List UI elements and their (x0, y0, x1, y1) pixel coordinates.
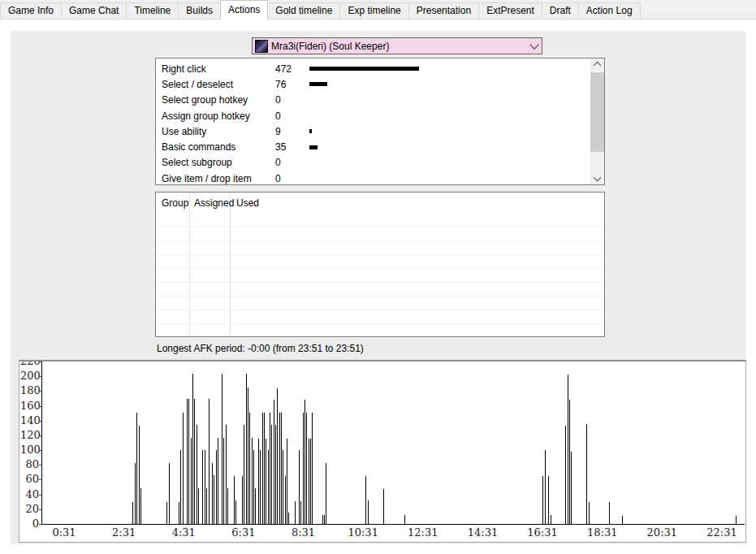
action-count-bar (309, 145, 318, 149)
chart-bar (551, 515, 551, 524)
chart-bar (132, 502, 133, 524)
chart-bar (223, 438, 224, 524)
y-axis-tick-label: 200 (20, 370, 39, 382)
action-label: Use ability (162, 126, 206, 137)
y-axis-tick (39, 376, 41, 377)
action-stat-row[interactable]: Assign group hotkey0 (156, 108, 590, 123)
groups-table: Group Assigned Used (155, 192, 605, 337)
chart-bar (568, 374, 568, 524)
chart-bar (305, 400, 305, 524)
y-axis-tick-label: 160 (20, 400, 39, 412)
chart-bar (187, 399, 188, 524)
dropdown-button[interactable] (527, 41, 542, 48)
table-row (156, 255, 604, 269)
player-select-dropdown[interactable]: Mra3i(Fideri) (Soul Keeper) (252, 37, 542, 54)
y-axis-tick-label: 120 (20, 429, 39, 441)
y-axis-tick (39, 479, 41, 480)
tab-actions[interactable]: Actions (220, 0, 268, 19)
column-header-assigned[interactable]: Assigned (194, 197, 234, 209)
chart-bar (569, 400, 570, 524)
x-axis-tick-label: 10:31 (345, 526, 381, 539)
y-axis-tick (39, 421, 41, 422)
chart-bar (404, 515, 405, 524)
tab-game-info[interactable]: Game Info (0, 2, 62, 19)
tab-timeline[interactable]: Timeline (126, 2, 179, 19)
column-header-used[interactable]: Used (236, 197, 259, 209)
action-count: 472 (275, 63, 292, 75)
chart-bar (288, 513, 289, 524)
chart-bar (545, 450, 546, 524)
tab-draft[interactable]: Draft (542, 2, 579, 19)
chart-bar (192, 374, 193, 524)
y-axis-tick (39, 391, 41, 392)
scroll-down-button[interactable] (590, 171, 604, 184)
chart-bar (542, 476, 543, 524)
chart-bar (205, 450, 205, 524)
chart-bar (306, 413, 307, 524)
chart-bar (266, 439, 266, 524)
chart-bar (258, 439, 259, 524)
tab-game-chat[interactable]: Game Chat (61, 2, 127, 19)
tab-action-log[interactable]: Action Log (578, 2, 641, 19)
table-row (156, 214, 604, 227)
chart-bar (188, 399, 189, 524)
table-row (156, 269, 604, 283)
chart-bar (310, 439, 311, 524)
action-stat-row[interactable]: Basic commands35 (156, 139, 590, 154)
action-stats-listbox: Right click472Select / deselect76Select … (155, 58, 605, 185)
chart-bar (206, 488, 207, 524)
tab-exp-timeline[interactable]: Exp timeline (339, 2, 408, 19)
y-axis-tick-label: 140 (20, 414, 39, 426)
action-count: 9 (275, 126, 281, 137)
y-axis-tick-label: 60 (20, 473, 39, 485)
action-stat-row[interactable]: Select subgroup0 (156, 155, 590, 171)
chart-bar (303, 413, 304, 524)
actions-tab-page: Mra3i(Fideri) (Soul Keeper) Right click4… (0, 19, 756, 554)
action-stat-row[interactable]: Use ability9 (156, 123, 590, 139)
chart-bar (222, 374, 222, 524)
action-label: Select / deselect (162, 79, 233, 90)
x-axis-tick-label: 0:31 (46, 526, 82, 539)
chart-bar (365, 476, 366, 524)
chart-bar (235, 500, 236, 524)
y-axis-tick-label: 40 (20, 488, 39, 500)
action-stat-row[interactable]: Select / deselect76 (156, 76, 590, 92)
chart-bar (274, 400, 274, 524)
tab-builds[interactable]: Builds (178, 2, 221, 19)
action-stat-row[interactable]: Give item / drop item0 (156, 171, 590, 186)
table-row (156, 227, 604, 241)
action-count-bar (309, 129, 312, 133)
vertical-scrollbar[interactable] (590, 58, 604, 184)
y-axis-tick-label: 20 (20, 503, 39, 515)
chart-bar (183, 413, 184, 524)
hero-portrait-icon (255, 40, 268, 53)
x-axis-tick-label: 16:31 (525, 526, 560, 539)
chart-bar (202, 450, 203, 524)
tab-presentation[interactable]: Presentation (408, 2, 479, 19)
chart-bar (586, 424, 587, 524)
chart-plot: 0204060801001201401601802002200:312:314:… (19, 361, 745, 542)
action-count: 0 (275, 157, 281, 168)
tab-extpresent[interactable]: ExtPresent (478, 2, 542, 19)
chart-bar (548, 476, 549, 524)
action-label: Select group hotkey (162, 94, 248, 106)
chart-bar (268, 450, 269, 524)
action-stat-row[interactable]: Right click472 (156, 61, 590, 76)
chart-bar (295, 501, 296, 524)
action-stat-row[interactable]: Select group hotkey0 (156, 93, 590, 108)
table-row (156, 324, 604, 337)
column-header-group[interactable]: Group (162, 197, 188, 209)
chart-bar (300, 501, 301, 524)
scroll-up-button[interactable] (590, 58, 604, 72)
chart-bar (135, 463, 136, 524)
scrollbar-thumb[interactable] (590, 72, 604, 152)
chart-bar (179, 502, 179, 524)
y-axis-tick (39, 435, 41, 436)
chart-bar (227, 488, 228, 524)
chart-bar (255, 488, 256, 524)
chart-bar (383, 489, 384, 524)
apm-chart-panel: 0204060801001201401601802002200:312:314:… (19, 360, 746, 543)
replay-analyzer-window: Game InfoGame ChatTimelineBuildsActionsG… (0, 0, 756, 554)
tab-gold-timeline[interactable]: Gold timeline (267, 2, 340, 19)
chart-bar (249, 413, 250, 524)
